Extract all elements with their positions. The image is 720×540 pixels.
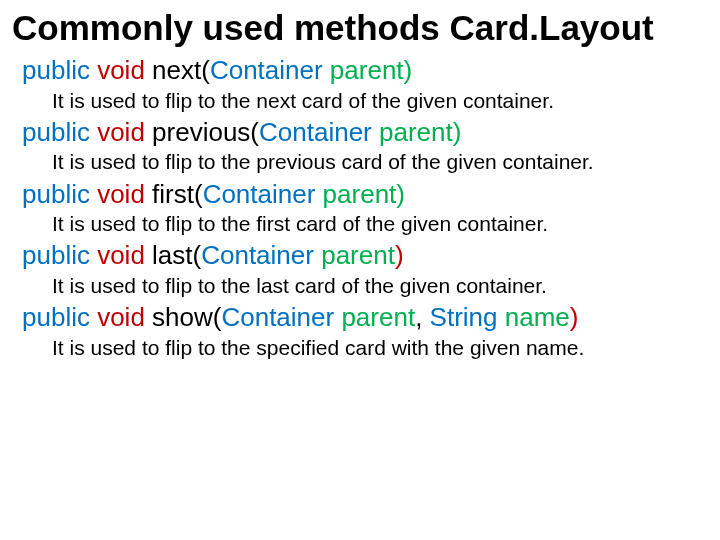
method-name: last( — [152, 240, 201, 270]
param-type: Container — [203, 179, 323, 209]
keyword-void: void — [97, 302, 152, 332]
method-name: show( — [152, 302, 221, 332]
param-type: Container — [210, 55, 330, 85]
method-signature: public void last(Container parent) — [22, 239, 708, 272]
keyword-void: void — [97, 117, 152, 147]
method-description: It is used to flip to the previous card … — [52, 148, 708, 175]
close-paren: ) — [395, 240, 404, 270]
method-name: first( — [152, 179, 203, 209]
close-paren: ) — [396, 179, 405, 209]
param-name: parent — [321, 240, 395, 270]
method-signature: public void next(Container parent) — [22, 54, 708, 87]
keyword-public: public — [22, 117, 97, 147]
close-paren: ) — [570, 302, 579, 332]
close-paren: ) — [404, 55, 413, 85]
param-name: parent — [341, 302, 415, 332]
close-paren: ) — [453, 117, 462, 147]
method-description: It is used to flip to the specified card… — [52, 334, 708, 361]
param-type: Container — [259, 117, 379, 147]
keyword-void: void — [97, 240, 152, 270]
comma: , — [415, 302, 429, 332]
method-name: next( — [152, 55, 210, 85]
param-name: parent — [330, 55, 404, 85]
param-name: parent — [323, 179, 397, 209]
param-type: String — [430, 302, 505, 332]
param-type: Container — [221, 302, 341, 332]
keyword-void: void — [97, 55, 152, 85]
param-name: parent — [379, 117, 453, 147]
param-type: Container — [201, 240, 321, 270]
method-name: previous( — [152, 117, 259, 147]
keyword-public: public — [22, 302, 97, 332]
keyword-void: void — [97, 179, 152, 209]
method-signature: public void previous(Container parent) — [22, 116, 708, 149]
method-description: It is used to flip to the last card of t… — [52, 272, 708, 299]
method-description: It is used to flip to the next card of t… — [52, 87, 708, 114]
keyword-public: public — [22, 55, 97, 85]
param-name: name — [505, 302, 570, 332]
method-signature: public void first(Container parent) — [22, 178, 708, 211]
keyword-public: public — [22, 240, 97, 270]
method-signature: public void show(Container parent, Strin… — [22, 301, 708, 334]
method-description: It is used to flip to the first card of … — [52, 210, 708, 237]
keyword-public: public — [22, 179, 97, 209]
page-title: Commonly used methods Card.Layout — [12, 8, 708, 48]
